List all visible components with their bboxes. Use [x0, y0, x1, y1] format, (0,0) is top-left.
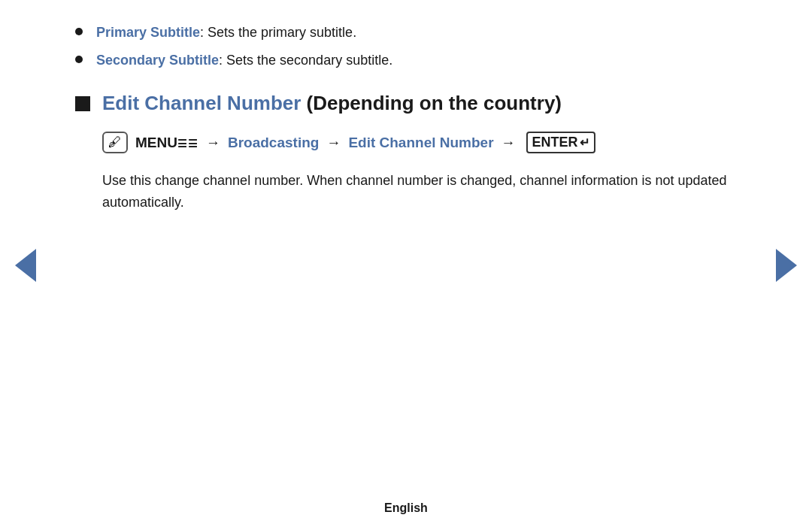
- breadcrumb-edit-channel: Edit Channel Number: [348, 135, 493, 151]
- arrow-3: →: [501, 135, 516, 151]
- primary-subtitle-label: Primary Subtitle: [96, 25, 200, 40]
- section-title-black: (Depending on the country): [301, 92, 562, 114]
- menu-icon: 🖋: [102, 132, 128, 153]
- list-item-primary-subtitle: Primary Subtitle: Sets the primary subti…: [75, 23, 737, 43]
- menu-label: MENU☰☰: [135, 135, 198, 151]
- list-item-secondary-subtitle: Secondary Subtitle: Sets the secondary s…: [75, 50, 737, 71]
- breadcrumb-broadcasting: Broadcasting: [228, 135, 319, 151]
- enter-button-label: ENTER↵: [526, 132, 595, 153]
- bullet-list: Primary Subtitle: Sets the primary subti…: [75, 23, 737, 71]
- arrow-2: →: [326, 135, 341, 151]
- secondary-subtitle-label: Secondary Subtitle: [96, 53, 219, 68]
- nav-previous-button[interactable]: [15, 249, 36, 282]
- section-description: Use this change channel number. When cha…: [102, 170, 737, 214]
- enter-return-icon: ↵: [580, 135, 589, 150]
- black-square-icon: [75, 96, 90, 111]
- nav-next-button[interactable]: [776, 249, 797, 282]
- bullet-dot: [75, 28, 83, 35]
- section-header: Edit Channel Number (Depending on the co…: [75, 92, 737, 115]
- footer-language: English: [384, 501, 428, 515]
- primary-subtitle-desc: : Sets the primary subtitle.: [200, 25, 356, 40]
- menu-path: 🖋 MENU☰☰ → Broadcasting → Edit Channel N…: [102, 132, 737, 153]
- main-content: Primary Subtitle: Sets the primary subti…: [0, 0, 812, 214]
- section-title: Edit Channel Number (Depending on the co…: [102, 92, 562, 115]
- hand-icon: 🖋: [108, 135, 122, 150]
- arrow-1: →: [206, 135, 220, 151]
- section-title-blue: Edit Channel Number: [102, 92, 301, 114]
- bullet-dot-2: [75, 56, 83, 63]
- secondary-subtitle-desc: : Sets the secondary subtitle.: [219, 53, 392, 68]
